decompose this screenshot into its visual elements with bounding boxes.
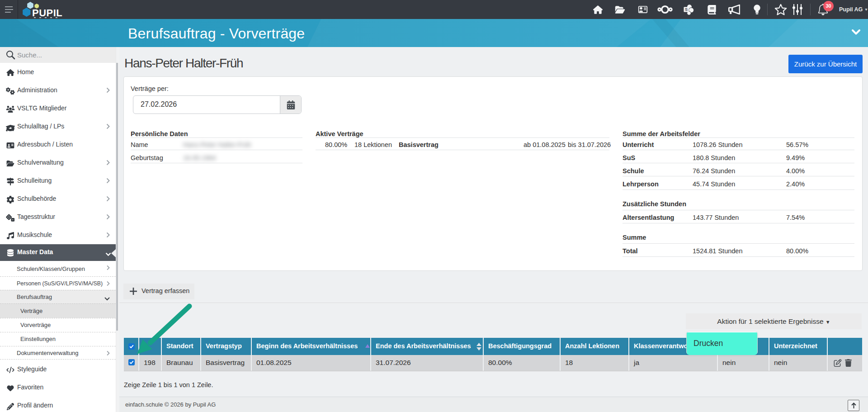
- svg-text:S: S: [684, 7, 687, 12]
